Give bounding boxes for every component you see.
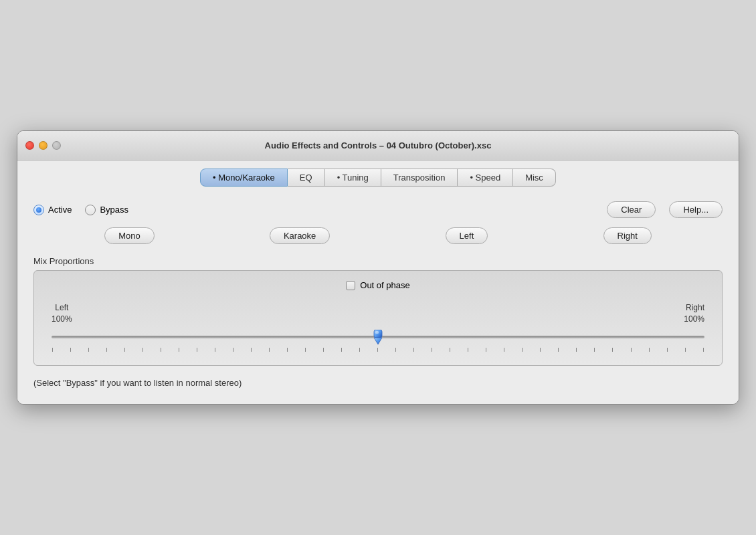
radio-active-dot (36, 207, 41, 213)
maximize-button[interactable] (52, 141, 61, 150)
tick-mark (631, 348, 632, 352)
tick-mark (468, 348, 468, 352)
radio-group: Active Bypass (33, 205, 128, 215)
tab-mono-karaoke[interactable]: • Mono/Karaoke (200, 169, 288, 187)
right-pct: 100% (684, 314, 704, 325)
radio-active-label: Active (48, 205, 72, 215)
tick-mark (269, 348, 270, 352)
tick-mark (88, 348, 89, 352)
karaoke-button[interactable]: Karaoke (270, 227, 330, 244)
window-title: Audio Effects and Controls – 04 Outubro … (265, 140, 492, 150)
out-of-phase-row: Out of phase (48, 280, 708, 290)
left-pct: 100% (52, 314, 72, 325)
tick-mark (504, 348, 504, 352)
tick-marks (52, 348, 704, 352)
tick-mark (161, 348, 161, 352)
slider-area: Left 100% Right 100% (48, 302, 708, 352)
out-of-phase-label: Out of phase (360, 280, 409, 290)
tick-mark (522, 348, 523, 352)
radio-bypass-circle (85, 205, 96, 215)
tick-mark (179, 348, 179, 352)
slider-track (52, 336, 704, 338)
tick-mark (432, 348, 432, 352)
tick-mark (558, 348, 559, 352)
tick-mark (576, 348, 577, 352)
out-of-phase-checkbox[interactable] (346, 281, 355, 290)
mix-box: Out of phase Left 100% Right 100% (33, 270, 723, 366)
tick-mark (685, 348, 686, 352)
right-button[interactable]: Right (603, 227, 652, 244)
mix-section-label: Mix Proportions (33, 256, 723, 266)
tick-mark (540, 348, 541, 352)
tab-tuning[interactable]: • Tuning (325, 169, 381, 187)
help-button[interactable]: Help... (669, 201, 723, 218)
traffic-lights (25, 141, 61, 150)
tick-mark (323, 348, 324, 352)
tab-eq[interactable]: EQ (288, 169, 325, 187)
tick-mark (305, 348, 306, 352)
tick-mark (450, 348, 450, 352)
left-button[interactable]: Left (446, 227, 488, 244)
tab-transposition[interactable]: Transposition (381, 169, 458, 187)
main-panel: Active Bypass Clear Help... Mono Karaoke… (28, 199, 728, 391)
slider-container (52, 328, 704, 346)
tick-mark (649, 348, 650, 352)
radio-bypass-label: Bypass (100, 205, 128, 215)
radio-bypass[interactable]: Bypass (85, 205, 128, 215)
left-label-group: Left 100% (52, 302, 72, 325)
tick-mark (251, 348, 252, 352)
tick-mark (287, 348, 288, 352)
hint-text: (Select "Bypass" if you want to listen i… (33, 378, 723, 388)
close-button[interactable] (25, 141, 34, 150)
tick-mark (377, 348, 378, 352)
svg-rect-2 (375, 331, 379, 334)
tick-mark (124, 348, 125, 352)
slider-thumb-icon (372, 330, 384, 344)
tick-mark (413, 348, 414, 352)
svg-rect-0 (374, 330, 382, 338)
radio-active-circle (33, 205, 44, 215)
content-area: • Mono/Karaoke EQ • Tuning Transposition… (17, 160, 739, 404)
tab-bar: • Mono/Karaoke EQ • Tuning Transposition… (28, 169, 728, 187)
row-active-bypass: Active Bypass Clear Help... (33, 201, 723, 218)
tick-mark (233, 348, 233, 352)
svg-marker-1 (374, 338, 382, 344)
tick-mark (703, 348, 704, 352)
tick-mark (197, 348, 197, 352)
lr-labels: Left 100% Right 100% (52, 302, 704, 325)
radio-active[interactable]: Active (33, 205, 72, 215)
row-channel-buttons: Mono Karaoke Left Right (33, 227, 723, 244)
tick-mark (341, 348, 342, 352)
tick-mark (612, 348, 613, 352)
clear-button[interactable]: Clear (607, 201, 656, 218)
tick-mark (70, 348, 71, 352)
main-window: Audio Effects and Controls – 04 Outubro … (17, 130, 739, 405)
slider-thumb[interactable] (372, 330, 384, 344)
tick-mark (486, 348, 486, 352)
tick-mark (143, 348, 143, 352)
minimize-button[interactable] (39, 141, 48, 150)
tick-mark (594, 348, 595, 352)
mono-button[interactable]: Mono (104, 227, 155, 244)
tick-mark (215, 348, 215, 352)
tick-mark (667, 348, 668, 352)
tick-mark (395, 348, 396, 352)
titlebar: Audio Effects and Controls – 04 Outubro … (17, 131, 739, 160)
tick-mark (52, 348, 53, 352)
left-label: Left (52, 302, 72, 314)
tab-misc[interactable]: Misc (513, 169, 556, 187)
right-label: Right (684, 302, 704, 314)
tab-speed[interactable]: • Speed (458, 169, 513, 187)
right-label-group: Right 100% (684, 302, 704, 325)
tick-mark (359, 348, 360, 352)
tick-mark (106, 348, 107, 352)
